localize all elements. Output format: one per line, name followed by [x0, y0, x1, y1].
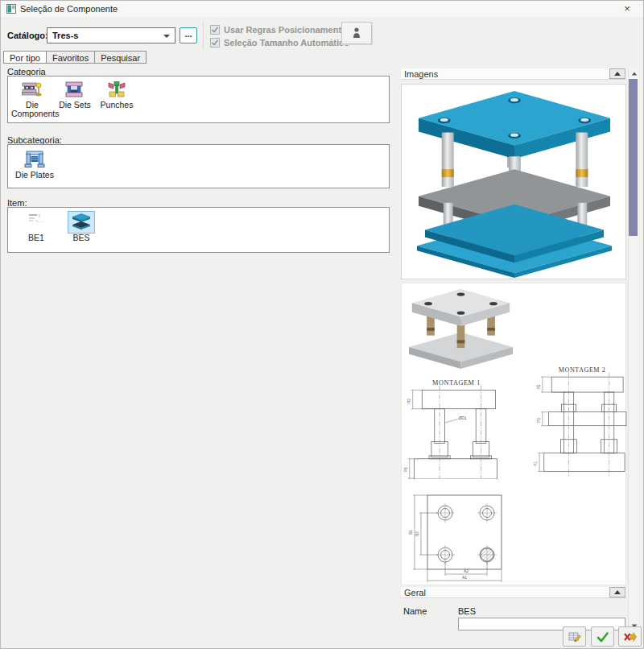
montagem-2-label: MONTAGEM 2: [559, 366, 605, 374]
name-label: Name: [403, 606, 427, 616]
scrollbar-thumb[interactable]: [629, 79, 638, 236]
dim-p1-label: P1: [534, 461, 538, 466]
scroll-up-button[interactable]: [629, 68, 639, 78]
title-bar: Seleção de Componente ×: [1, 1, 644, 17]
category-label: Die Sets: [56, 101, 93, 110]
toolbar-divider: [203, 22, 204, 49]
name-value: BES: [458, 606, 476, 616]
dim-p3-label: P3: [537, 418, 541, 423]
general-collapse-button[interactable]: [609, 587, 625, 597]
component-selection-dialog: Seleção de Componente × Catálogo: Tres-s…: [0, 0, 644, 649]
app-icon: [6, 4, 16, 15]
die-sets-icon: [64, 81, 85, 100]
general-section-header: Geral: [401, 587, 626, 598]
browse-catalog-button[interactable]: ...: [180, 27, 197, 43]
die-plates-icon: [24, 149, 45, 170]
category-label: Die Components: [11, 101, 53, 118]
tab-pesquisar[interactable]: Pesquisar: [94, 51, 147, 64]
item-label: BES: [64, 234, 98, 242]
dim-p1-label: P1: [404, 467, 408, 472]
category-die-sets[interactable]: Die Sets: [56, 81, 93, 110]
checkbox-icon: [210, 38, 220, 48]
top-view-drawing: B1 B2 A2 A1: [403, 489, 516, 587]
images-section-header: Imagens: [401, 68, 626, 80]
confirm-button[interactable]: [591, 626, 614, 647]
dim-p2-label: P2: [407, 399, 411, 403]
component-info-button[interactable]: [341, 22, 372, 44]
category-die-components[interactable]: Die Components: [11, 81, 53, 118]
dim-a2-label: A2: [464, 568, 469, 573]
item-list: BE1 BES: [7, 207, 390, 253]
punches-icon: [106, 81, 127, 100]
catalog-label: Catálogo:: [7, 31, 48, 40]
item-be1[interactable]: BE1: [19, 212, 53, 242]
checkbox-icon: [210, 25, 220, 35]
montagem-2-drawing: MONTAGEM 2 P2 P3 P1: [530, 365, 635, 477]
dropdown-chevron-icon: [163, 35, 170, 38]
die-components-icon: [22, 81, 43, 100]
category-label: Punches: [97, 101, 137, 110]
checkbox-use-positioning-rules[interactable]: Usar Regras Posicionamento: [210, 25, 347, 35]
images-collapse-button[interactable]: [609, 68, 625, 79]
catalog-dropdown[interactable]: Tres-s: [47, 27, 175, 43]
checkbox-label: Seleção Tamanho Automático: [224, 38, 349, 48]
dim-b1-label: B1: [408, 530, 413, 535]
red-x-exit-icon: [623, 631, 637, 643]
table-pencil-icon: [568, 631, 581, 643]
dim-a1-label: A1: [462, 575, 467, 580]
category-list: Die Components Die Sets: [7, 76, 390, 123]
window-title: Seleção de Componente: [20, 4, 118, 14]
cancel-button[interactable]: [618, 626, 642, 647]
blue-die-set-render: [408, 86, 621, 278]
subcategory-label: Die Plates: [11, 171, 58, 180]
tab-favoritos[interactable]: Favoritos: [46, 51, 94, 64]
general-header-label: Geral: [404, 588, 426, 597]
catalog-value: Tres-s: [52, 31, 78, 40]
green-check-icon: [596, 631, 609, 643]
options-button[interactable]: [563, 626, 586, 647]
collapse-up-icon: [614, 72, 621, 76]
subcategory-list: Die Plates: [7, 144, 390, 188]
checkbox-auto-size[interactable]: Seleção Tamanho Automático: [210, 38, 349, 48]
die-set-3d-icon: [68, 212, 94, 233]
item-label: BE1: [19, 234, 53, 242]
images-header-label: Imagens: [404, 69, 438, 79]
person-figure-icon: [352, 27, 361, 39]
dim-d1-label: ØD1: [459, 416, 467, 420]
collapse-up-icon: [614, 590, 621, 594]
category-punches[interactable]: Punches: [97, 81, 137, 110]
dim-b2-label: B2: [415, 531, 419, 536]
tab-por-tipo[interactable]: Por tipo: [3, 51, 46, 64]
dim-p2-label: P2: [537, 384, 541, 389]
checkbox-label: Usar Regras Posicionamento: [224, 25, 347, 35]
sketch-icon: [25, 212, 47, 233]
montagem-1-label: MONTAGEM 1: [432, 379, 481, 387]
scroll-up-icon: [631, 72, 636, 75]
gray-die-set-render: [402, 286, 519, 370]
montagem-1-drawing: MONTAGEM 1 P2 P1 ØD1: [402, 376, 508, 479]
item-bes[interactable]: BES: [64, 212, 98, 242]
close-icon[interactable]: ×: [614, 1, 640, 17]
image-preview-blue-die-set: [401, 84, 626, 279]
subcategory-die-plates[interactable]: Die Plates: [11, 149, 58, 180]
tab-strip: Por tipo Favoritos Pesquisar: [3, 51, 147, 64]
